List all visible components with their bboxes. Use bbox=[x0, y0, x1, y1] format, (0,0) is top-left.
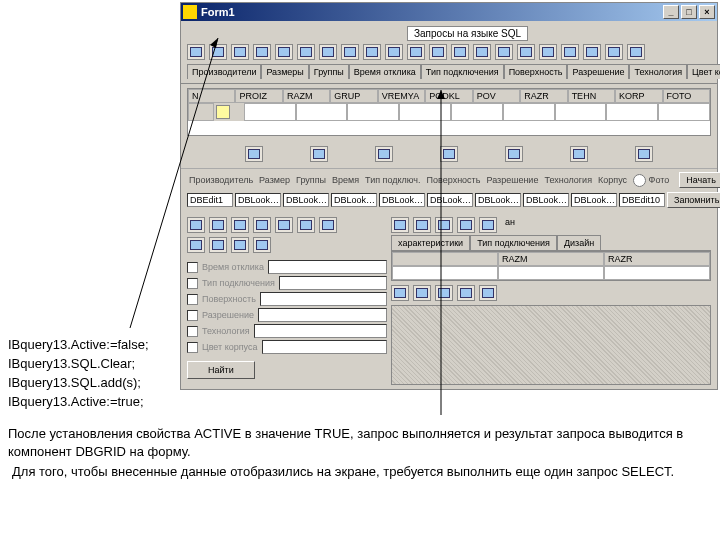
component-icon[interactable] bbox=[391, 285, 409, 301]
dbedit-field[interactable] bbox=[523, 193, 569, 207]
detail-tab[interactable]: характеристики bbox=[391, 235, 470, 250]
close-button[interactable]: × bbox=[699, 5, 715, 19]
filter-input[interactable] bbox=[268, 260, 387, 274]
component-icon[interactable] bbox=[435, 217, 453, 233]
column-header[interactable]: FOTO bbox=[663, 89, 710, 103]
component-icon[interactable] bbox=[341, 44, 359, 60]
component-icon[interactable] bbox=[231, 217, 249, 233]
component-icon[interactable] bbox=[297, 44, 315, 60]
component-icon[interactable] bbox=[605, 44, 623, 60]
detail-tab[interactable]: Дизайн bbox=[557, 235, 601, 250]
remember-button[interactable]: Запомнить bbox=[667, 192, 720, 208]
dbedit-field[interactable] bbox=[571, 193, 617, 207]
tab-Производители[interactable]: Производители bbox=[187, 64, 261, 79]
component-icon[interactable] bbox=[275, 217, 293, 233]
column-header[interactable]: PROIZ bbox=[235, 89, 282, 103]
component-icon[interactable] bbox=[407, 44, 425, 60]
dbgrid-1[interactable]: NPROIZRAZMGRUPVREMYAPODKLPOVRAZRTEHNKORP… bbox=[187, 88, 711, 136]
component-icon[interactable] bbox=[539, 44, 557, 60]
dbedit-field[interactable] bbox=[619, 193, 665, 207]
component-icon[interactable] bbox=[413, 217, 431, 233]
component-icon[interactable] bbox=[505, 146, 523, 162]
component-icon[interactable] bbox=[440, 146, 458, 162]
checkbox[interactable] bbox=[187, 342, 198, 353]
dbgrid-2[interactable]: RAZMRAZR bbox=[391, 251, 711, 281]
component-icon[interactable] bbox=[187, 44, 205, 60]
component-icon[interactable] bbox=[209, 237, 227, 253]
checkbox[interactable] bbox=[187, 262, 198, 273]
component-icon[interactable] bbox=[209, 217, 227, 233]
component-icon[interactable] bbox=[297, 217, 315, 233]
component-icon[interactable] bbox=[635, 146, 653, 162]
component-icon[interactable] bbox=[473, 44, 491, 60]
detail-tab[interactable]: Тип подключения bbox=[470, 235, 557, 250]
component-icon[interactable] bbox=[245, 146, 263, 162]
component-icon[interactable] bbox=[583, 44, 601, 60]
find-button[interactable]: Найти bbox=[187, 361, 255, 379]
component-icon[interactable] bbox=[231, 237, 249, 253]
filter-input[interactable] bbox=[262, 340, 388, 354]
column-header[interactable]: N bbox=[188, 89, 235, 103]
component-icon[interactable] bbox=[375, 146, 393, 162]
tab-Время отклика[interactable]: Время отклика bbox=[349, 64, 421, 79]
filter-input[interactable] bbox=[260, 292, 387, 306]
column-header[interactable]: POV bbox=[473, 89, 520, 103]
checkbox[interactable] bbox=[187, 278, 198, 289]
dbedit-field[interactable] bbox=[187, 193, 233, 207]
column-header[interactable]: RAZM bbox=[283, 89, 330, 103]
component-icon[interactable] bbox=[319, 44, 337, 60]
component-icon[interactable] bbox=[479, 217, 497, 233]
component-icon[interactable] bbox=[187, 217, 205, 233]
nav-open-icon[interactable] bbox=[216, 105, 230, 119]
dbedit-field[interactable] bbox=[379, 193, 425, 207]
dbedit-field[interactable] bbox=[427, 193, 473, 207]
component-icon[interactable] bbox=[429, 44, 447, 60]
component-icon[interactable] bbox=[231, 44, 249, 60]
dbedit-field[interactable] bbox=[283, 193, 329, 207]
filter-input[interactable] bbox=[279, 276, 387, 290]
start-button[interactable]: Начать bbox=[679, 172, 720, 188]
column-header[interactable]: PODKL bbox=[425, 89, 472, 103]
grid-row[interactable] bbox=[392, 266, 710, 280]
component-icon[interactable] bbox=[253, 217, 271, 233]
component-icon[interactable] bbox=[517, 44, 535, 60]
checkbox[interactable] bbox=[187, 294, 198, 305]
column-header[interactable]: TEHN bbox=[568, 89, 615, 103]
dbedit-field[interactable] bbox=[331, 193, 377, 207]
component-icon[interactable] bbox=[275, 44, 293, 60]
tab-Разрешение[interactable]: Разрешение bbox=[567, 64, 629, 79]
component-icon[interactable] bbox=[253, 44, 271, 60]
dbedit-field[interactable] bbox=[475, 193, 521, 207]
column-header[interactable]: RAZR bbox=[520, 89, 567, 103]
dbedit-field[interactable] bbox=[235, 193, 281, 207]
component-icon[interactable] bbox=[495, 44, 513, 60]
component-icon[interactable] bbox=[187, 237, 205, 253]
component-icon[interactable] bbox=[253, 237, 271, 253]
tab-Тип подключения[interactable]: Тип подключения bbox=[421, 64, 504, 79]
minimize-button[interactable]: _ bbox=[663, 5, 679, 19]
column-header[interactable]: RAZM bbox=[498, 252, 604, 266]
component-icon[interactable] bbox=[457, 217, 475, 233]
component-icon[interactable] bbox=[627, 44, 645, 60]
tab-Технология[interactable]: Технология bbox=[629, 64, 687, 79]
grid-row[interactable] bbox=[188, 103, 710, 121]
column-header[interactable]: VREMYA bbox=[378, 89, 425, 103]
component-icon[interactable] bbox=[391, 217, 409, 233]
component-icon[interactable] bbox=[451, 44, 469, 60]
filter-input[interactable] bbox=[258, 308, 387, 322]
component-icon[interactable] bbox=[479, 285, 497, 301]
component-icon[interactable] bbox=[363, 44, 381, 60]
column-header[interactable]: RAZR bbox=[604, 252, 710, 266]
component-icon[interactable] bbox=[435, 285, 453, 301]
component-icon[interactable] bbox=[209, 44, 227, 60]
tab-Размеры[interactable]: Размеры bbox=[261, 64, 308, 79]
filter-input[interactable] bbox=[254, 324, 387, 338]
component-icon[interactable] bbox=[310, 146, 328, 162]
checkbox[interactable] bbox=[187, 310, 198, 321]
component-icon[interactable] bbox=[457, 285, 475, 301]
component-icon[interactable] bbox=[319, 217, 337, 233]
tab-Группы[interactable]: Группы bbox=[309, 64, 349, 79]
column-header[interactable] bbox=[392, 252, 498, 266]
tab-Цвет корпуса[interactable]: Цвет корпуса bbox=[687, 64, 720, 79]
component-icon[interactable] bbox=[413, 285, 431, 301]
